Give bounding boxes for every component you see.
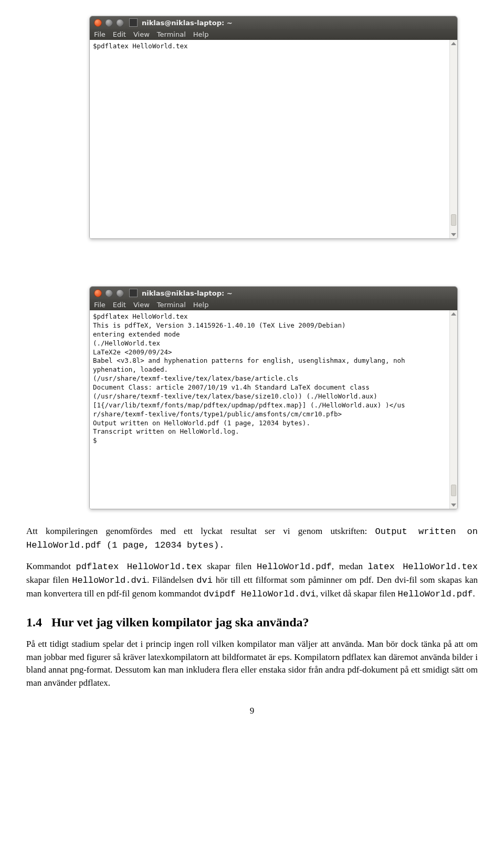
window-title: niklas@niklas-laptop: ~ [142,19,233,27]
text: , medan [332,561,368,571]
inline-code: HelloWorld.pdf [257,562,332,572]
inline-code: pdflatex HelloWorld.tex [76,562,202,572]
menu-bar: File Edit View Terminal Help [90,299,457,310]
terminal-window-1: niklas@niklas-laptop: ~ File Edit View T… [89,16,458,239]
menu-terminal[interactable]: Terminal [157,30,186,38]
section-heading: 1.4Hur vet jag vilken kompilator jag ska… [26,615,478,630]
text: , vilket då skapar filen [316,589,398,599]
paragraph-commands: Kommandot pdflatex HelloWorld.tex skapar… [26,560,478,601]
scroll-up-icon[interactable] [451,42,456,45]
maximize-icon[interactable] [116,19,124,27]
menu-file[interactable]: File [94,30,106,38]
window-title: niklas@niklas-laptop: ~ [142,289,233,297]
scrollbar[interactable] [449,40,457,238]
menu-view[interactable]: View [133,301,150,309]
scroll-down-icon[interactable] [451,233,456,236]
inline-code: HelloWorld.dvi [72,575,147,585]
text: . Filändelsen [147,575,196,585]
menu-edit[interactable]: Edit [113,301,126,309]
minimize-icon[interactable] [105,289,113,297]
scroll-down-icon[interactable] [451,504,456,507]
menu-edit[interactable]: Edit [113,30,126,38]
text: Kommandot [26,561,76,571]
inline-code: HelloWorld.pdf [398,589,473,599]
scroll-thumb[interactable] [451,485,456,496]
section-title: Hur vet jag vilken kompilator jag ska an… [51,615,309,629]
menu-view[interactable]: View [133,30,150,38]
text: Att kompileringen genomfördes med ett ly… [26,526,375,536]
terminal-content[interactable]: $pdflatex HelloWorld.tex [90,40,449,238]
window-titlebar[interactable]: niklas@niklas-laptop: ~ [90,16,457,29]
terminal-app-icon [129,18,138,27]
text: skapar filen [202,561,257,571]
inline-code: dvipdf HelloWorld.dvi [204,589,316,599]
inline-code: dvi [196,575,213,585]
paragraph-result: Att kompileringen genomfördes med ett ly… [26,525,478,552]
inline-code: latex HelloWorld.tex [368,562,478,572]
menu-terminal[interactable]: Terminal [157,301,186,309]
menu-file[interactable]: File [94,301,106,309]
menu-bar: File Edit View Terminal Help [90,29,457,40]
text: . [472,589,475,599]
text: skapar filen [26,575,72,585]
close-icon[interactable] [94,289,102,297]
close-icon[interactable] [94,19,102,27]
section-number: 1.4 [26,615,42,629]
terminal-window-2: niklas@niklas-laptop: ~ File Edit View T… [89,286,458,509]
scrollbar[interactable] [449,310,457,509]
terminal-app-icon [129,289,138,297]
page-number: 9 [26,706,478,716]
minimize-icon[interactable] [105,19,113,27]
window-titlebar[interactable]: niklas@niklas-laptop: ~ [90,287,457,299]
maximize-icon[interactable] [116,289,124,297]
terminal-content[interactable]: $pdflatex HelloWorld.tex This is pdfTeX,… [90,310,449,509]
scroll-thumb[interactable] [451,214,456,226]
menu-help[interactable]: Help [193,301,209,309]
paragraph-compiler-choice: På ett tidigt stadium spelar det i princ… [26,638,478,690]
scroll-up-icon[interactable] [451,312,456,316]
menu-help[interactable]: Help [193,30,209,38]
